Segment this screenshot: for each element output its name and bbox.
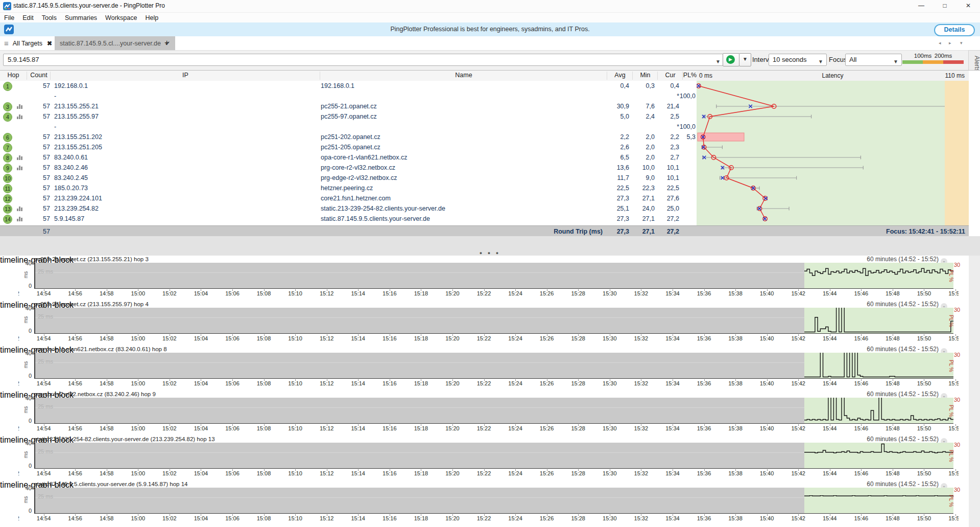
time-tick-label: 15:08 xyxy=(253,515,275,521)
time-tick-label: 15:28 xyxy=(567,470,589,476)
time-tick-label: 15:32 xyxy=(630,380,652,386)
y-min-label: 0 xyxy=(19,283,32,289)
focus-select[interactable]: All ▼ xyxy=(845,54,902,66)
table-row[interactable]: 1357213.239.254.82static.213-239-254-82.… xyxy=(0,203,697,214)
focus-region xyxy=(804,443,953,468)
time-tick-label: 15:08 xyxy=(253,380,275,386)
menu-help[interactable]: Help xyxy=(141,13,162,22)
pane-splitter[interactable]: ● ● ● xyxy=(0,236,980,256)
table-row[interactable]: 157192.168.0.1192.168.0.10,40,30,4 xyxy=(0,81,697,91)
col-min[interactable]: Min xyxy=(632,72,658,80)
round-trip-min: 27,1 xyxy=(633,228,655,235)
chevron-down-icon[interactable]: ▼ xyxy=(818,56,823,67)
menu-summaries[interactable]: Summaries xyxy=(61,13,101,22)
time-tick-label: 15:02 xyxy=(158,470,181,476)
menu-edit[interactable]: Edit xyxy=(18,13,38,22)
table-row[interactable]: 1257213.239.224.101core21.fsn1.hetzner.c… xyxy=(0,193,697,203)
time-tick-label: 15:36 xyxy=(693,425,715,431)
time-tick-label: 15:14 xyxy=(347,335,369,341)
minimize-button[interactable]: — xyxy=(910,0,933,12)
table-row[interactable]: 1157185.0.20.73hetzner.peering.cz22,522,… xyxy=(0,183,697,193)
col-ip[interactable]: IP xyxy=(50,72,320,80)
name-cell: pc251-202.opanet.cz xyxy=(321,133,605,141)
play-icon: ▶ xyxy=(726,55,735,64)
table-row[interactable]: 14575.9.145.87static.87.145.9.5.clients.… xyxy=(0,214,697,224)
min-cell: 27,1 xyxy=(633,195,655,202)
menu-tools[interactable]: Tools xyxy=(38,13,61,22)
time-axis: 14:5214:5414:5614:5815:0015:0215:0415:06… xyxy=(18,379,959,387)
gridline-label-25ms: 25 ms xyxy=(38,268,53,274)
time-tick-label: 15:18 xyxy=(410,515,432,521)
interval-select[interactable]: 10 seconds ▼ xyxy=(769,54,827,66)
menu-workspace[interactable]: Workspace xyxy=(101,13,141,22)
target-address-combo[interactable]: 5.9.145.87 ▼ xyxy=(3,54,724,66)
time-tick-label: 15:34 xyxy=(661,380,684,386)
table-row[interactable]: 95783.240.2.46prg-core-r2-vl32.netbox.cz… xyxy=(0,163,697,173)
y-max-label: 40 xyxy=(19,395,32,401)
time-tick-label: 15:18 xyxy=(410,290,432,296)
tab-scroll-right-icon[interactable]: ▸ xyxy=(949,40,951,45)
table-row[interactable]: 105783.240.2.45prg-edge-r2-vl32.netbox.c… xyxy=(0,173,697,183)
new-tab-button[interactable]: + xyxy=(164,38,169,48)
graph-title: pc255-97.opanet.cz (213.155.255.97) hop … xyxy=(34,301,149,307)
time-tick-label: 15:20 xyxy=(441,425,464,431)
col-pl[interactable]: PL% xyxy=(682,72,697,80)
table-row[interactable]: 657213.155.251.202pc251-202.opanet.cz2,2… xyxy=(0,132,697,142)
table-row[interactable]: 757213.155.251.205pc251-205.opanet.cz2,6… xyxy=(0,142,697,152)
avg-cell: 30,9 xyxy=(607,103,629,110)
time-tick-label: 15:12 xyxy=(316,290,338,296)
pl-max-label: 30 xyxy=(954,262,960,268)
table-row[interactable]: 357213.155.255.21pc255-21.opanet.cz30,97… xyxy=(0,101,697,111)
trace-options-dropdown[interactable]: ▼ xyxy=(739,53,751,66)
table-row[interactable]: -*100,0 xyxy=(0,122,697,132)
count-cell: 57 xyxy=(27,113,50,120)
time-tick-label: 15:24 xyxy=(504,470,527,476)
min-cell: 0,3 xyxy=(633,82,655,89)
time-tick-label: 15:24 xyxy=(504,425,527,431)
tab-list-icon[interactable]: ▾ xyxy=(960,40,963,45)
graph-title: opa-core-r1-vlan621.netbox.cz (83.240.0.… xyxy=(34,346,167,352)
table-row[interactable]: -*100,0 xyxy=(0,91,697,101)
y-max-label: 40 xyxy=(19,260,32,266)
time-range-label: 60 minutes (14:52 - 15:52) xyxy=(867,256,939,263)
menu-file[interactable]: File xyxy=(0,13,18,22)
promo-banner: PingPlotter Professional is best for eng… xyxy=(0,22,980,36)
tab-scroll-left-icon[interactable]: ◂ xyxy=(939,40,941,45)
start-trace-button[interactable]: ▶ xyxy=(723,53,739,66)
y-axis-unit: ms xyxy=(23,316,29,323)
time-tick-label: 15:42 xyxy=(787,380,809,386)
col-name[interactable]: Name xyxy=(320,72,607,80)
time-tick-label: 15:32 xyxy=(630,515,652,521)
latency-series-line xyxy=(804,353,953,378)
time-tick-label: 15:40 xyxy=(756,425,778,431)
close-button[interactable]: ✕ xyxy=(957,0,980,12)
gridline-label-25ms: 25 ms xyxy=(38,403,53,409)
bar-chart-icon xyxy=(17,166,23,170)
table-row[interactable]: 457213.155.255.97pc255-97.opanet.cz5,02,… xyxy=(0,111,697,122)
focus-region xyxy=(804,353,953,378)
col-avg[interactable]: Avg xyxy=(607,72,633,80)
details-button[interactable]: Details xyxy=(934,24,975,36)
col-hop[interactable]: Hop xyxy=(0,72,27,80)
graph-title: prg-core-r2-vl32.netbox.cz (83.240.2.46)… xyxy=(34,391,156,397)
chevron-down-icon[interactable]: ▼ xyxy=(715,56,721,67)
plot-area: 25 ms xyxy=(34,488,953,514)
splitter-handle[interactable]: ● ● ● xyxy=(0,250,980,256)
table-row[interactable]: 85783.240.0.61opa-core-r1-vlan621.netbox… xyxy=(0,152,697,163)
col-count[interactable]: Count xyxy=(27,72,51,80)
close-tab-icon[interactable]: ✖ xyxy=(47,40,52,47)
time-axis: 14:5214:5414:5614:5815:0015:0215:0415:06… xyxy=(18,514,959,522)
col-cur[interactable]: Cur xyxy=(657,72,683,80)
time-tick-label: 15:50 xyxy=(913,335,935,341)
focus-region xyxy=(804,398,953,423)
false: timeline-graph-blockstatic.213-239-254-8… xyxy=(0,436,969,480)
bar-chart-icon xyxy=(17,104,23,109)
false: timeline-graph-blockstatic.87.145.9.5.cl… xyxy=(0,480,969,525)
latency-title: Latency xyxy=(697,72,969,79)
tab-target[interactable]: static.87.145.9.5.cl....your-server.de ✔ xyxy=(55,36,175,50)
chevron-down-icon[interactable]: ▼ xyxy=(893,56,898,67)
maximize-button[interactable]: □ xyxy=(933,0,957,12)
hamburger-icon[interactable]: ≡ xyxy=(4,39,9,48)
time-tick-label: 15:04 xyxy=(189,470,212,476)
tab-all-targets[interactable]: ≡ All Targets ✖ xyxy=(0,36,57,50)
